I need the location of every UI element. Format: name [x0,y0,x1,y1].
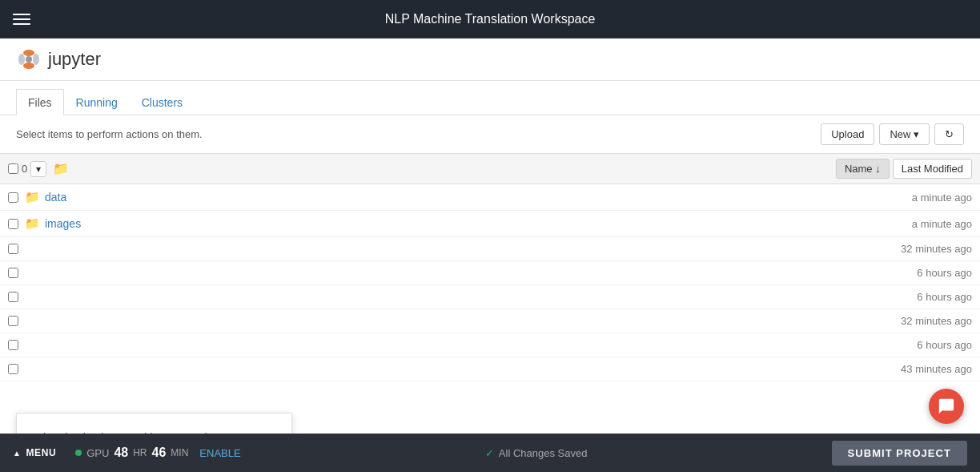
jupyter-name: jupyter [48,49,101,70]
upload-button[interactable]: Upload [821,123,874,145]
file-modified-time: 43 minutes ago [860,363,972,375]
file-list: 📁 data a minute ago 📁 images a minute ag… [0,184,980,381]
new-button[interactable]: New ▾ [879,123,930,145]
file-modified-time: a minute ago [860,192,972,204]
table-row: 32 minutes ago [0,237,980,261]
file-modified-time: 6 hours ago [860,291,972,303]
tab-clusters[interactable]: Clusters [130,89,195,115]
table-row: 📁 data a minute ago [0,184,980,211]
changes-saved-text: All Changes Saved [499,447,588,459]
tab-running[interactable]: Running [64,89,130,115]
folder-icon: 📁 [25,216,40,231]
changes-saved-indicator: ✓ All Changes Saved [485,447,588,459]
jupyter-logo-icon [16,46,42,72]
table-row: 43 minutes ago [0,357,980,381]
row-checkbox[interactable] [8,340,18,350]
gpu-label: GPU [86,447,109,459]
item-count-dropdown[interactable]: ▾ [30,161,46,177]
hamburger-icon[interactable] [13,14,30,25]
gpu-hours: 48 [114,446,128,460]
row-checkbox[interactable] [8,316,18,326]
table-row: 6 hours ago [0,333,980,357]
sort-modified-button[interactable]: Last Modified [893,159,972,179]
svg-point-2 [18,54,25,65]
table-row: 32 minutes ago [0,309,980,333]
svg-point-4 [26,56,32,63]
svg-point-0 [23,50,34,56]
svg-point-3 [33,54,39,65]
sort-controls: Name ↓ Last Modified [836,159,972,179]
chat-icon [938,397,955,415]
file-modified-time: 6 hours ago [860,339,972,351]
file-modified-time: a minute ago [860,218,972,230]
file-link[interactable]: 📁 data [25,190,860,204]
min-unit: MIN [171,447,188,458]
chat-bubble-button[interactable] [929,389,964,424]
item-count: 0 [22,163,27,175]
file-modified-time: 32 minutes ago [860,243,972,255]
file-modified-time: 6 hours ago [860,267,972,279]
row-checkbox[interactable] [8,192,18,203]
row-checkbox[interactable] [8,292,18,302]
row-checkbox[interactable] [8,364,18,374]
menu-button[interactable]: ▲ MENU [13,447,56,458]
gpu-indicator: GPU 48 HR 46 MIN ENABLE [75,446,240,460]
svg-point-1 [23,63,34,69]
gpu-minutes: 46 [152,446,167,460]
submit-project-button[interactable]: SUBMIT PROJECT [832,441,967,466]
chevron-up-icon: ▲ [13,449,22,458]
sort-name-button[interactable]: Name ↓ [836,159,890,179]
select-all-area: 0 ▾ [8,161,46,177]
menu-label: MENU [26,447,57,458]
file-modified-time: 32 minutes ago [860,315,972,327]
select-hint: Select items to perform actions on them. [16,128,203,140]
jupyter-header: jupyter [0,38,980,81]
file-toolbar: Select items to perform actions on them.… [0,115,980,153]
file-link[interactable]: 📁 images [25,216,860,231]
tabs-bar: Files Running Clusters [0,81,980,115]
bottom-bar: ▲ MENU GPU 48 HR 46 MIN ENABLE ✓ All Cha… [0,434,980,466]
enable-gpu-button[interactable]: ENABLE [199,447,240,459]
row-checkbox[interactable] [8,219,18,229]
checkmark-icon: ✓ [485,447,494,459]
folder-icon: 📁 [25,190,40,204]
file-list-header: 0 ▾ 📁 Name ↓ Last Modified [0,153,980,184]
folder-nav-icon[interactable]: 📁 [53,161,69,176]
table-row: 📁 images a minute ago [0,211,980,237]
tab-files[interactable]: Files [16,89,64,115]
refresh-button[interactable]: ↻ [934,123,964,145]
row-checkbox[interactable] [8,268,18,278]
hr-unit: HR [133,447,147,458]
top-bar: NLP Machine Translation Workspace [0,0,980,38]
gpu-status-dot [75,450,82,456]
main-content: Files Running Clusters Select items to p… [0,81,980,466]
table-row: 6 hours ago [0,285,980,309]
toolbar-actions: Upload New ▾ ↻ [821,123,964,145]
page-title: NLP Machine Translation Workspace [385,12,596,26]
row-checkbox[interactable] [8,244,18,254]
table-row: 6 hours ago [0,261,980,285]
select-all-checkbox[interactable] [8,163,18,174]
